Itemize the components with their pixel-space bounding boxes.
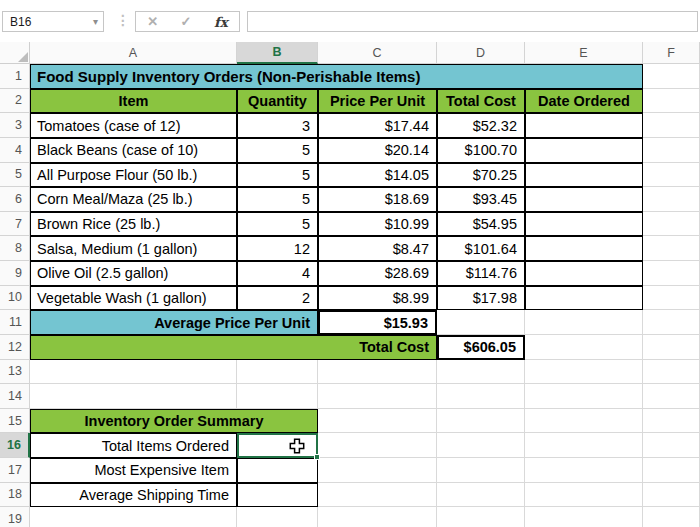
cell-D11[interactable] xyxy=(437,310,525,335)
cell-B18[interactable] xyxy=(237,483,318,508)
cell-E19[interactable] xyxy=(525,507,643,527)
cell-E5[interactable] xyxy=(525,163,643,188)
row-header-9[interactable]: 9 xyxy=(0,261,30,286)
enter-icon[interactable]: ✓ xyxy=(181,14,192,29)
row-header-8[interactable]: 8 xyxy=(0,236,30,261)
cell-E7[interactable] xyxy=(525,212,643,237)
cell-E17[interactable] xyxy=(525,458,643,483)
row-header-13[interactable]: 13 xyxy=(0,360,30,385)
cell-A12[interactable]: Total Cost xyxy=(30,335,437,360)
cell-E18[interactable] xyxy=(525,483,643,508)
row-header-6[interactable]: 6 xyxy=(0,187,30,212)
cell-A6[interactable]: Corn Meal/Maza (25 lb.) xyxy=(30,187,237,212)
cell-C17[interactable] xyxy=(318,458,437,483)
cell-C19[interactable] xyxy=(318,507,437,527)
cell-F11[interactable] xyxy=(643,310,700,335)
row-header-3[interactable]: 3 xyxy=(0,113,30,138)
column-header-A[interactable]: A xyxy=(30,42,237,64)
name-box-dropdown-icon[interactable]: ▾ xyxy=(93,17,98,27)
row-header-16[interactable]: 16 xyxy=(0,433,30,458)
cell-D2[interactable]: Total Cost xyxy=(437,89,525,114)
cell-D4[interactable]: $100.70 xyxy=(437,138,525,163)
cell-A13[interactable] xyxy=(30,360,237,385)
cell-C14[interactable] xyxy=(318,384,437,409)
cell-F17[interactable] xyxy=(643,458,700,483)
cell-B4[interactable]: 5 xyxy=(237,138,318,163)
cell-A18[interactable]: Average Shipping Time xyxy=(30,483,237,508)
cell-A5[interactable]: All Purpose Flour (50 lb.) xyxy=(30,163,237,188)
cell-C13[interactable] xyxy=(318,360,437,385)
cell-F8[interactable] xyxy=(643,236,700,261)
cell-A17[interactable]: Most Expensive Item xyxy=(30,458,237,483)
cell-B2[interactable]: Quantity xyxy=(237,89,318,114)
cell-C4[interactable]: $20.14 xyxy=(318,138,437,163)
column-header-F[interactable]: F xyxy=(643,42,700,64)
cell-E3[interactable] xyxy=(525,113,643,138)
cell-C16[interactable] xyxy=(318,433,437,458)
cell-F5[interactable] xyxy=(643,163,700,188)
cell-D6[interactable]: $93.45 xyxy=(437,187,525,212)
cell-E12[interactable] xyxy=(525,335,643,360)
cancel-icon[interactable]: ✕ xyxy=(147,14,158,29)
cell-D9[interactable]: $114.76 xyxy=(437,261,525,286)
cell-A4[interactable]: Black Beans (case of 10) xyxy=(30,138,237,163)
column-header-D[interactable]: D xyxy=(437,42,525,64)
cell-F10[interactable] xyxy=(643,286,700,311)
cell-B3[interactable]: 3 xyxy=(237,113,318,138)
name-box[interactable]: B16 ▾ xyxy=(2,11,104,32)
cell-C6[interactable]: $18.69 xyxy=(318,187,437,212)
cell-F14[interactable] xyxy=(643,384,700,409)
column-header-B[interactable]: B xyxy=(237,42,318,64)
row-header-11[interactable]: 11 xyxy=(0,310,30,335)
cell-B14[interactable] xyxy=(237,384,318,409)
cell-F2[interactable] xyxy=(643,89,700,114)
cell-B19[interactable] xyxy=(237,507,318,527)
cell-A11[interactable]: Average Price Per Unit xyxy=(30,310,318,335)
formula-bar-input[interactable] xyxy=(247,11,698,32)
cell-C7[interactable]: $10.99 xyxy=(318,212,437,237)
row-header-1[interactable]: 1 xyxy=(0,64,30,89)
row-header-7[interactable]: 7 xyxy=(0,212,30,237)
row-header-12[interactable]: 12 xyxy=(0,335,30,360)
cell-F19[interactable] xyxy=(643,507,700,527)
column-header-C[interactable]: C xyxy=(318,42,437,64)
cell-C11[interactable]: $15.93 xyxy=(318,310,437,335)
cell-D13[interactable] xyxy=(437,360,525,385)
cell-F16[interactable] xyxy=(643,433,700,458)
cell-C5[interactable]: $14.05 xyxy=(318,163,437,188)
row-header-10[interactable]: 10 xyxy=(0,286,30,311)
row-header-2[interactable]: 2 xyxy=(0,89,30,114)
cell-B13[interactable] xyxy=(237,360,318,385)
cell-B10[interactable]: 2 xyxy=(237,286,318,311)
cell-C18[interactable] xyxy=(318,483,437,508)
cell-E8[interactable] xyxy=(525,236,643,261)
cell-B9[interactable]: 4 xyxy=(237,261,318,286)
cell-D18[interactable] xyxy=(437,483,525,508)
cell-D12[interactable]: $606.05 xyxy=(437,335,525,360)
cell-A2[interactable]: Item xyxy=(30,89,237,114)
cell-D14[interactable] xyxy=(437,384,525,409)
fill-handle-icon[interactable] xyxy=(314,454,320,460)
cell-D7[interactable]: $54.95 xyxy=(437,212,525,237)
cell-D3[interactable]: $52.32 xyxy=(437,113,525,138)
cell-D15[interactable] xyxy=(437,409,525,434)
cell-D10[interactable]: $17.98 xyxy=(437,286,525,311)
cell-E9[interactable] xyxy=(525,261,643,286)
cell-D8[interactable]: $101.64 xyxy=(437,236,525,261)
row-header-18[interactable]: 18 xyxy=(0,483,30,508)
cell-D19[interactable] xyxy=(437,507,525,527)
cell-A3[interactable]: Tomatoes (case of 12) xyxy=(30,113,237,138)
cell-A16[interactable]: Total Items Ordered xyxy=(30,433,237,458)
row-header-14[interactable]: 14 xyxy=(0,384,30,409)
cell-B5[interactable]: 5 xyxy=(237,163,318,188)
spreadsheet-grid[interactable]: ABCDEF12345678910111213141516171819Food … xyxy=(0,42,700,527)
cell-E16[interactable] xyxy=(525,433,643,458)
cell-F13[interactable] xyxy=(643,360,700,385)
cell-D16[interactable] xyxy=(437,433,525,458)
cell-F12[interactable] xyxy=(643,335,700,360)
cell-B8[interactable]: 12 xyxy=(237,236,318,261)
cell-F4[interactable] xyxy=(643,138,700,163)
cell-A10[interactable]: Vegetable Wash (1 gallon) xyxy=(30,286,237,311)
cell-B16[interactable] xyxy=(237,433,318,458)
cell-C15[interactable] xyxy=(318,409,437,434)
